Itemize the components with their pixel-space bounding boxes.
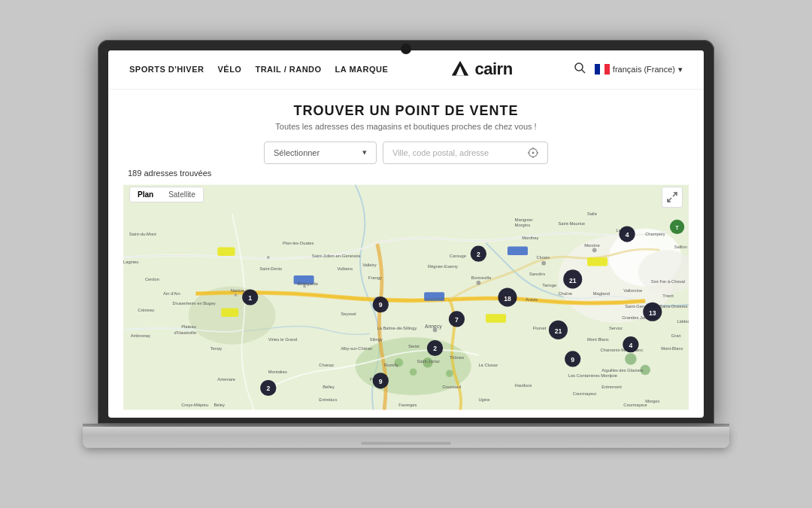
- svg-text:Rumilly: Rumilly: [384, 362, 398, 367]
- svg-text:Orsieres: Orsieres: [671, 304, 688, 309]
- svg-text:Aiguilles des Glaciers: Aiguilles des Glaciers: [601, 368, 643, 373]
- svg-text:Servoz: Servoz: [609, 326, 623, 330]
- language-selector[interactable]: français (France) ▾: [595, 64, 683, 75]
- language-label: français (France): [613, 65, 675, 74]
- svg-point-31: [592, 248, 597, 252]
- svg-text:Taringe: Taringe: [542, 282, 556, 287]
- svg-text:Sixt-Fer-à-Cheval: Sixt-Fer-à-Cheval: [651, 278, 685, 283]
- tab-plan[interactable]: Plan: [130, 187, 161, 202]
- svg-text:Courmayeur: Courmayeur: [573, 391, 597, 396]
- svg-text:Saillon: Saillon: [674, 245, 687, 249]
- svg-text:Courmayeur: Courmayeur: [623, 402, 647, 406]
- svg-line-3: [582, 70, 585, 73]
- svg-text:2: 2: [477, 251, 480, 258]
- svg-text:Liddes: Liddes: [677, 318, 689, 323]
- svg-text:Cerdon: Cerdon: [145, 276, 159, 281]
- svg-rect-22: [424, 292, 444, 301]
- svg-text:1: 1: [248, 294, 252, 301]
- svg-text:Annecy: Annecy: [425, 324, 442, 330]
- svg-text:Aravis: Aravis: [526, 297, 538, 301]
- svg-text:Régnier-Eserny: Régnier-Eserny: [428, 264, 458, 269]
- svg-text:Sancêrs: Sancêrs: [529, 272, 545, 276]
- site-header: SPORTS D'HIVER VÉLO TRAIL / RANDO LA MAR…: [108, 50, 704, 90]
- svg-text:Cluses: Cluses: [537, 254, 550, 259]
- svg-rect-23: [508, 246, 528, 255]
- page-subtitle: Toutes les adresses des magasins et bout…: [108, 122, 704, 131]
- svg-text:13: 13: [649, 309, 656, 317]
- tab-satellite[interactable]: Satellite: [161, 187, 203, 202]
- laptop-shell: SPORTS D'HIVER VÉLO TRAIL / RANDO LA MAR…: [83, 40, 729, 469]
- svg-text:Entrelacs: Entrelacs: [319, 397, 337, 401]
- svg-text:Belley: Belley: [323, 384, 335, 388]
- svg-text:2: 2: [266, 385, 270, 392]
- svg-text:9: 9: [379, 301, 383, 309]
- location-icon: [528, 148, 538, 158]
- svg-text:Goussard: Goussard: [442, 384, 461, 388]
- svg-text:Les Contamines Montjoie: Les Contamines Montjoie: [568, 373, 617, 378]
- svg-text:Chaîne: Chaîne: [558, 291, 572, 296]
- svg-text:Beley: Beley: [214, 402, 226, 406]
- svg-text:Morzine: Morzine: [584, 242, 600, 247]
- svg-text:Marignier: Marignier: [515, 217, 533, 221]
- svg-text:7: 7: [455, 315, 459, 323]
- selector-chevron-icon: ▾: [362, 148, 367, 157]
- svg-rect-19: [217, 247, 235, 256]
- svg-text:Nantua: Nantua: [231, 288, 245, 293]
- svg-text:Tenay: Tenay: [211, 346, 223, 351]
- svg-rect-4: [595, 64, 600, 75]
- svg-rect-25: [486, 314, 506, 323]
- page-title: TROUVER UN POINT DE VENTE: [108, 103, 704, 119]
- svg-point-8: [532, 151, 535, 154]
- svg-text:Gran: Gran: [671, 333, 681, 338]
- location-input-wrapper[interactable]: Ville, code postal, adresse: [383, 141, 548, 164]
- main-nav: SPORTS D'HIVER VÉLO TRAIL / RANDO LA MAR…: [129, 65, 388, 74]
- svg-text:Champery: Champery: [645, 232, 665, 236]
- svg-text:Entremont: Entremont: [601, 384, 622, 388]
- nav-sports-hiver[interactable]: SPORTS D'HIVER: [129, 65, 204, 74]
- svg-text:Saint-Maurice: Saint-Maurice: [558, 221, 585, 225]
- svg-text:Chanaz: Chanaz: [319, 362, 334, 367]
- svg-point-2: [575, 63, 583, 71]
- svg-text:Mont Blanc: Mont Blanc: [587, 336, 609, 341]
- svg-text:2: 2: [433, 345, 437, 352]
- svg-text:Vulbens: Vulbens: [337, 266, 353, 271]
- svg-text:Frangy: Frangy: [368, 275, 382, 279]
- nav-la-marque[interactable]: LA MARQUE: [335, 65, 389, 74]
- laptop-hinge: [83, 424, 729, 427]
- logo-text: cairn: [475, 59, 513, 79]
- nav-trail-rando[interactable]: TRAIL / RANDO: [255, 65, 321, 74]
- svg-rect-5: [600, 64, 604, 75]
- svg-text:Lagnieu: Lagnieu: [123, 259, 139, 263]
- svg-point-35: [410, 368, 417, 376]
- svg-text:Salle: Salle: [587, 211, 597, 216]
- lang-chevron-icon: ▾: [678, 65, 683, 75]
- svg-text:Serier: Serier: [408, 344, 420, 348]
- logo-area[interactable]: cairn: [406, 59, 556, 80]
- svg-text:Monthey: Monthey: [522, 235, 538, 239]
- search-button[interactable]: [574, 62, 586, 77]
- svg-text:Creys-Mépieu: Creys-Mépieu: [181, 402, 208, 406]
- svg-text:Ain d'Ain: Ain d'Ain: [163, 291, 180, 296]
- svg-text:Hautluce: Hautluce: [515, 382, 532, 387]
- svg-text:Flumet: Flumet: [533, 326, 547, 330]
- expand-icon: [667, 192, 677, 202]
- svg-text:Seyssel: Seyssel: [341, 312, 356, 316]
- map-svg: Annecy Nantua Bellegarde Bonneville Clus…: [123, 181, 689, 414]
- svg-rect-24: [587, 257, 607, 266]
- svg-text:4: 4: [629, 341, 632, 348]
- svg-point-30: [541, 260, 546, 265]
- svg-text:La Balme-de-Sillingy: La Balme-de-Sillingy: [377, 326, 417, 330]
- category-selector[interactable]: Sélectionner ▾: [264, 141, 377, 164]
- laptop-base: [83, 427, 729, 448]
- svg-text:Crémieu: Crémieu: [138, 308, 154, 312]
- map-container[interactable]: Annecy Nantua Bellegarde Bonneville Clus…: [123, 181, 689, 414]
- svg-text:Ambronay: Ambronay: [131, 333, 150, 338]
- nav-velo[interactable]: VÉLO: [217, 65, 241, 74]
- map-tabs: Plan Satellite: [129, 187, 204, 202]
- svg-text:Thônes: Thônes: [450, 354, 464, 359]
- svg-text:Carouge: Carouge: [450, 253, 466, 257]
- svg-text:Trient: Trient: [662, 294, 674, 298]
- map-expand-button[interactable]: [662, 187, 683, 208]
- svg-point-37: [446, 370, 453, 377]
- svg-text:Saint-du-Mont: Saint-du-Mont: [129, 232, 157, 236]
